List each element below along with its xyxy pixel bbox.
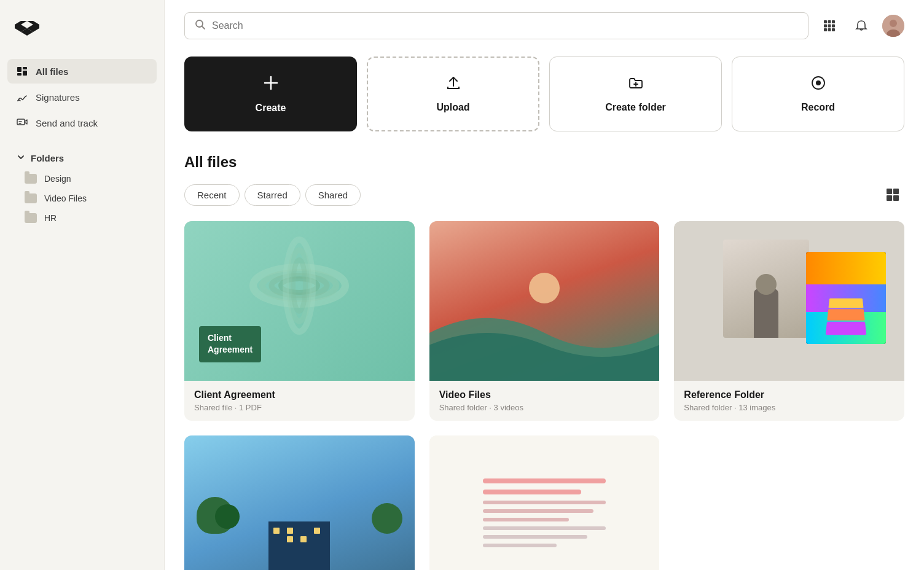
dropbox-logo-icon [15,17,39,42]
svg-rect-24 [887,189,892,194]
upload-label: Upload [436,102,469,113]
grid-view-icon [885,187,901,203]
file-card-name-reference-folder: Reference Folder [684,389,895,400]
grid-apps-button[interactable] [818,15,840,37]
file-card-video-files[interactable]: Video Files Shared folder · 3 videos [429,221,660,421]
signatures-icon [16,91,28,103]
sidebar-folder-video-files-label: Video Files [44,193,87,203]
file-card-meta-video-files: Shared folder · 3 videos [439,403,650,412]
folders-header[interactable]: Folders [7,147,157,169]
sidebar-item-signatures-label: Signatures [36,92,80,103]
svg-rect-10 [824,20,827,23]
doc-lines [483,478,606,552]
svg-rect-12 [832,20,835,23]
all-files-icon [16,65,28,77]
notifications-button[interactable] [850,15,872,37]
sidebar-item-all-files-label: All files [36,66,68,77]
grid-view-toggle[interactable] [881,183,904,206]
search-bar[interactable] [184,12,808,39]
spiral-graphic [247,233,351,338]
ref-image-1 [723,240,809,338]
svg-rect-18 [832,28,835,31]
sidebar-folder-video-files[interactable]: Video Files [7,189,157,208]
file-card-thumb-video-files [429,221,660,381]
grid-apps-icon [823,19,836,33]
sidebar-nav: All files Signatures Send and track [0,59,164,135]
file-card-thumb-client-agreement: ClientAgreement [184,221,415,381]
file-card-thumb-photo [184,435,415,570]
sidebar-item-send-and-track[interactable]: Send and track [7,111,157,135]
svg-rect-16 [824,28,827,31]
create-label: Create [256,103,286,114]
main-content: Create Upload Create folder [165,0,924,570]
building-silhouette [268,521,330,570]
svg-point-23 [816,80,821,85]
create-button[interactable]: Create [184,57,357,131]
svg-rect-14 [828,25,831,28]
filter-tab-recent[interactable]: Recent [184,184,240,206]
file-card-info-video-files: Video Files Shared folder · 3 videos [429,381,660,421]
svg-point-9 [196,20,203,27]
chevron-down-icon [16,152,26,164]
svg-rect-5 [23,67,27,69]
create-folder-icon [628,75,644,95]
create-folder-label: Create folder [605,102,666,113]
file-card-thumb-doc [429,435,660,570]
folder-icon-design [25,174,37,184]
record-icon [810,75,826,95]
filter-tabs: Recent Starred Shared [184,183,904,206]
create-plus-icon [262,74,280,95]
upload-icon [445,75,461,95]
file-card-name-client-agreement: Client Agreement [194,389,405,400]
header-icons [818,15,904,37]
avatar-image [882,15,904,37]
svg-rect-26 [887,195,892,201]
filter-tab-shared[interactable]: Shared [305,184,361,206]
sidebar-item-signatures[interactable]: Signatures [7,85,157,109]
upload-button[interactable]: Upload [367,57,539,131]
file-card-doc[interactable]: Document Shared file · 1 PDF [429,435,660,570]
folders-section: Folders Design Video Files HR [0,147,164,228]
record-button[interactable]: Record [732,57,904,131]
search-input[interactable] [212,20,798,31]
filter-tabs-group: Recent Starred Shared [184,184,361,206]
folder-icon-hr [25,213,37,223]
file-card-name-video-files: Video Files [439,389,650,400]
svg-rect-4 [17,67,22,72]
dropbox-logo[interactable] [0,12,164,59]
client-agreement-label: ClientAgreement [199,326,261,362]
header [184,12,904,39]
svg-rect-11 [828,20,831,23]
section-title: All files [184,154,904,171]
svg-rect-17 [828,28,831,31]
filter-tab-starred[interactable]: Starred [245,184,300,206]
svg-rect-6 [17,73,22,76]
svg-rect-27 [893,195,899,201]
sidebar-folder-design-label: Design [44,174,71,184]
record-label: Record [801,102,835,113]
user-avatar[interactable] [882,15,904,37]
file-card-info-client-agreement: Client Agreement Shared file · 1 PDF [184,381,415,421]
file-grid: ClientAgreement Client Agreement Shared … [184,221,904,570]
sidebar-folder-hr-label: HR [44,213,57,223]
file-card-client-agreement[interactable]: ClientAgreement Client Agreement Shared … [184,221,415,421]
action-buttons: Create Upload Create folder [184,57,904,131]
svg-rect-15 [832,25,835,28]
file-card-reference-folder[interactable]: Reference Folder Shared folder · 13 imag… [674,221,904,421]
wave-graphic [429,285,660,381]
file-card-thumb-reference-folder [674,221,904,381]
folder-icon-video-files [25,193,37,203]
sidebar-folder-design[interactable]: Design [7,169,157,189]
file-card-meta-client-agreement: Shared file · 1 PDF [194,403,405,412]
sidebar-item-all-files[interactable]: All files [7,59,157,84]
file-card-photo[interactable]: City Photo Shared file · 1 image [184,435,415,570]
create-folder-button[interactable]: Create folder [549,57,722,131]
svg-rect-13 [824,25,827,28]
sidebar-item-send-and-track-label: Send and track [36,118,98,128]
file-card-info-reference-folder: Reference Folder Shared folder · 13 imag… [674,381,904,421]
svg-point-20 [890,20,897,27]
file-card-meta-reference-folder: Shared folder · 13 images [684,403,895,412]
send-and-track-icon [16,117,28,129]
bell-icon [855,19,868,33]
sidebar-folder-hr[interactable]: HR [7,208,157,228]
